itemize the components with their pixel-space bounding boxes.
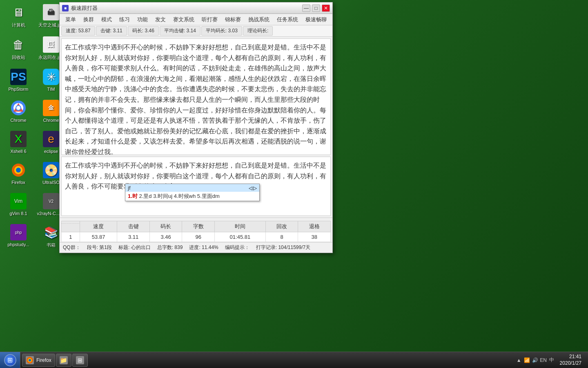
candidate-item-1[interactable]: 1.时 (128, 193, 138, 199)
theory-codelength-label: 理论码长: (247, 28, 268, 34)
row-num: 1 (62, 232, 80, 242)
desktop-icon-chrome[interactable]: Chrome (4, 100, 33, 123)
status-encoding: 编码提示： (225, 244, 249, 251)
menu-item-renwuxitong[interactable]: 任务系统 (274, 15, 301, 25)
keystrokes-label: 击键: (100, 28, 111, 34)
keystrokes-stat: 击键: 3.11 (96, 26, 127, 36)
xshell-icon: X (10, 131, 27, 147)
menu-item-fawen[interactable]: 发文 (152, 15, 169, 25)
menu-item-lianxi[interactable]: 练习 (116, 15, 133, 25)
clock-display: 21:41 2020/1/27 (557, 354, 585, 366)
speed-stat: 速度: 53.87 (61, 26, 95, 36)
desktop-icon-xshell[interactable]: X Xshell 6 (4, 131, 33, 154)
avg-keystrokes-value: 3.14 (187, 28, 196, 34)
col-time: 时间 (214, 221, 265, 232)
gvim-icon: Vim (10, 193, 27, 209)
avg-codelength-label: 平均码长: (206, 28, 227, 34)
desktop-icon-recycle[interactable]: 🗑 回收站 (4, 36, 33, 61)
app-window: ■ 极速跟打器 — □ ✕ 菜单 换群 模式 练习 功能 发文 赛文系统 听打赛… (59, 2, 333, 253)
recycle-icon: 🗑 (10, 36, 27, 53)
codelength-value: 3.46 (145, 28, 154, 34)
status-qq-group: QQ群： (63, 244, 80, 251)
jinshan-icon: 金 (43, 100, 59, 116)
menu-item-jinbiaoasai[interactable]: 锦标赛 (222, 15, 244, 25)
col-keystrokes: 击键 (117, 221, 150, 232)
taskbar-right: ▲ 📶 🔊 EN 中 21:41 2020/1/27 (512, 354, 588, 366)
menu-item-tiaozhanxitong[interactable]: 挑战系统 (245, 15, 273, 25)
menu-item-gongneng[interactable]: 功能 (134, 15, 151, 25)
table-row: 1 53.87 3.11 3.46 96 01:45.81 8 38 (62, 232, 331, 242)
desktop-icon-phpstorm[interactable]: PS PhpStorm (4, 69, 33, 92)
menu-item-tingdasai[interactable]: 听打赛 (198, 15, 221, 25)
yongyuan-icon: 🖼 (43, 36, 59, 53)
tray-volume-icon[interactable]: 🔊 (532, 357, 539, 364)
tray-network-icon[interactable]: 📶 (524, 357, 530, 364)
phpstorm-icon: PS (10, 69, 27, 85)
taskbar-items: Firefox 📁 ⊞ (20, 354, 512, 367)
row-chars: 96 (182, 232, 215, 242)
candidate-popup[interactable]: jf ◁ ▷ 1.时 2.里d 3.时间uj 4.时候wh 5.里面dm (125, 184, 260, 201)
candidate-item-5[interactable]: 5.里面dm (197, 193, 220, 199)
desktop: 🖥 计算机 🏔 天空之城.jpg 🗑 回收站 🖼 永远同在.jpg (0, 0, 588, 368)
maximize-button[interactable]: □ (312, 4, 320, 12)
start-orb-icon: ⊞ (4, 354, 16, 366)
svg-point-3 (16, 106, 20, 110)
app-icon: ■ (62, 5, 69, 11)
status-progress: 进度: 11.44% (189, 244, 218, 251)
candidate-input-row: jf ◁ ▷ (125, 184, 259, 192)
taskbar-apps-button[interactable]: ⊞ (72, 354, 88, 367)
candidate-next-icon[interactable]: ▷ (253, 185, 257, 191)
row-keystrokes: 3.11 (117, 232, 150, 242)
result-table: 速度 击键 码长 字数 时间 回改 退格 1 53.87 3.11 3.46 9… (61, 221, 331, 242)
desktop-icon-gvim[interactable]: Vim gVim 8.1 (4, 193, 33, 216)
tray-expand-icon[interactable]: ▲ (516, 357, 522, 364)
title-bar: ■ 极速跟打器 — □ ✕ (60, 2, 332, 14)
minimize-button[interactable]: — (302, 4, 310, 12)
menu-item-moshi[interactable]: 模式 (98, 15, 115, 25)
firefox-icon (10, 162, 27, 178)
app-title: 极速跟打器 (71, 4, 98, 12)
title-bar-controls: — □ ✕ (302, 4, 330, 12)
avg-codelength-stat: 平均码长: 3.03 (201, 26, 242, 36)
speed-label: 速度: (66, 28, 77, 34)
close-button[interactable]: ✕ (322, 4, 330, 12)
taskbar-apps-icon: ⊞ (76, 356, 84, 364)
candidate-item-2[interactable]: 2.里d (139, 193, 153, 199)
menu-item-caidan[interactable]: 菜单 (62, 15, 79, 25)
desktop-icon-phpstudy[interactable]: php phpstudy... (4, 224, 33, 248)
candidate-item-4[interactable]: 4.时候wh (174, 193, 197, 199)
system-tray: ▲ 📶 🔊 EN 中 (516, 357, 555, 364)
input-area-container[interactable]: 在工作或学习中遇到不开心的时候，不妨静下来好好想想，自己到底是对是错。生活中不是… (61, 157, 331, 216)
candidate-item-3[interactable]: 3.时间uj (153, 193, 174, 199)
computer-icon: 🖥 (10, 4, 27, 20)
menu-item-huanqun[interactable]: 换群 (80, 15, 97, 25)
menu-item-saiwenxitong[interactable]: 赛文系统 (170, 15, 198, 25)
reference-text: 在工作或学习中遇到不开心的时候，不妨静下来好好想想，自己到底是对是错。生活中不是… (62, 39, 330, 155)
ultraiso-icon: 📀 (43, 162, 59, 178)
row-codelength: 3.46 (149, 232, 182, 242)
col-chars: 字数 (182, 221, 215, 232)
phpstudy-icon: php (10, 224, 27, 240)
taskbar-explorer-icon: 📁 (60, 356, 68, 364)
candidate-prev-icon[interactable]: ◁ (249, 185, 252, 191)
v2ray-icon: V2 (43, 193, 59, 209)
progress-dots: ·············· (61, 222, 80, 225)
desktop-icon-computer[interactable]: 🖥 计算机 (4, 4, 33, 28)
start-button[interactable]: ⊞ (0, 352, 20, 368)
desktop-icon-firefox[interactable]: Firefox (4, 162, 33, 185)
speed-value: 53.87 (78, 28, 91, 34)
col-corrections: 回改 (265, 221, 298, 232)
status-segment: 段号: 第1段 (87, 244, 112, 251)
tray-lang-zh[interactable]: 中 (548, 357, 555, 364)
taskbar: ⊞ Firefox 📁 ⊞ (0, 352, 588, 368)
taskbar-explorer-button[interactable]: 📁 (56, 354, 71, 367)
keystrokes-value: 3.11 (113, 28, 122, 34)
tray-lang-en[interactable]: EN (540, 357, 547, 364)
codelength-stat: 码长: 3.46 (128, 26, 159, 36)
tim-icon: ✳ (43, 69, 59, 85)
menu-item-jisuchanqliao[interactable]: 极速畅聊 (302, 15, 330, 25)
status-title: 标题: 心的出口 (118, 244, 151, 251)
row-corrections: 8 (265, 232, 298, 242)
row-time: 01:45.81 (214, 232, 265, 242)
taskbar-firefox-button[interactable]: Firefox (22, 354, 55, 367)
